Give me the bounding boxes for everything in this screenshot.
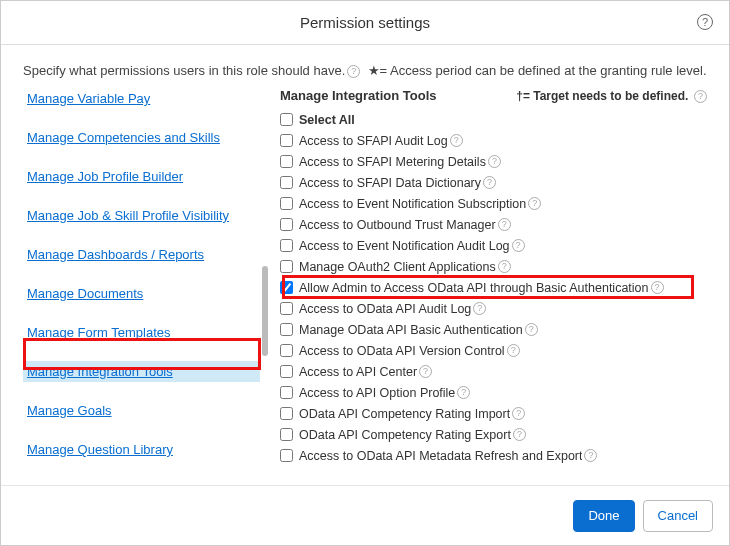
- help-icon[interactable]: ?: [498, 260, 511, 273]
- cancel-button[interactable]: Cancel: [643, 500, 713, 532]
- permission-row[interactable]: Access to SFAPI Audit Log ?: [280, 130, 707, 151]
- sidebar-item[interactable]: Manage Variable Pay: [23, 88, 260, 109]
- help-icon[interactable]: ?: [697, 13, 715, 31]
- permission-row[interactable]: Access to API Center ?: [280, 361, 707, 382]
- permissions-panel: Manage Integration Tools †= Target needs…: [268, 88, 707, 480]
- sidebar-item[interactable]: Manage Documents: [23, 283, 260, 304]
- permission-checkbox[interactable]: [280, 323, 293, 336]
- help-icon[interactable]: ?: [498, 218, 511, 231]
- select-all-row[interactable]: Select All: [280, 109, 707, 130]
- modal-title: Permission settings: [300, 14, 430, 31]
- permissions-list: Select All Access to SFAPI Audit Log ? A…: [280, 109, 707, 477]
- permission-label: Access to SFAPI Data Dictionary: [299, 176, 481, 190]
- permission-label: OData API Competency Rating Import: [299, 407, 510, 421]
- help-icon[interactable]: ?: [419, 365, 432, 378]
- sidebar-item[interactable]: Manage Question Library: [23, 439, 260, 460]
- permission-row[interactable]: OData API Competency Rating Export ?: [280, 424, 707, 445]
- permission-label: Access to SFAPI Metering Details: [299, 155, 486, 169]
- help-icon[interactable]: ?: [457, 386, 470, 399]
- help-icon[interactable]: ?: [525, 323, 538, 336]
- permissions-subtitle: †= Target needs to be defined.: [516, 89, 688, 103]
- sidebar-item-manage-integration-tools[interactable]: Manage Integration Tools: [23, 361, 260, 382]
- help-icon[interactable]: ?: [473, 302, 486, 315]
- select-all-checkbox[interactable]: [280, 113, 293, 126]
- modal-footer: Done Cancel: [1, 485, 729, 545]
- help-icon[interactable]: ?: [651, 281, 664, 294]
- permission-row[interactable]: Access to SFAPI Metering Details ?: [280, 151, 707, 172]
- permission-label: Access to API Center: [299, 365, 417, 379]
- permission-label: Access to Outbound Trust Manager: [299, 218, 496, 232]
- permission-row[interactable]: Access to SFAPI Data Dictionary ?: [280, 172, 707, 193]
- permissions-header: Manage Integration Tools †= Target needs…: [280, 88, 707, 103]
- help-icon[interactable]: ?: [483, 176, 496, 189]
- permission-row-allow-admin-odata-basic-auth[interactable]: Allow Admin to Access OData API through …: [280, 277, 707, 298]
- permission-checkbox[interactable]: [280, 239, 293, 252]
- permission-row[interactable]: Access to Event Notification Audit Log ?: [280, 235, 707, 256]
- permission-row[interactable]: Access to OData API Metadata Refresh and…: [280, 445, 707, 466]
- permission-checkbox[interactable]: [280, 386, 293, 399]
- select-all-label: Select All: [299, 113, 355, 127]
- done-button[interactable]: Done: [573, 500, 634, 532]
- permission-row[interactable]: Manage OData API Basic Authentication ?: [280, 319, 707, 340]
- content-columns: Manage Variable Pay Manage Competencies …: [23, 88, 707, 480]
- permission-checkbox[interactable]: [280, 176, 293, 189]
- permission-row[interactable]: Access to OData API Version Control ?: [280, 340, 707, 361]
- permissions-title: Manage Integration Tools: [280, 88, 437, 103]
- instruction-text: Specify what permissions users in this r…: [23, 63, 707, 78]
- permission-settings-modal: Permission settings ? Specify what permi…: [0, 0, 730, 546]
- permission-label: Manage OData API Basic Authentication: [299, 323, 523, 337]
- instruction-legend: ★= Access period can be defined at the g…: [368, 63, 707, 78]
- help-icon[interactable]: ?: [347, 65, 360, 78]
- modal-body: Specify what permissions users in this r…: [1, 45, 729, 485]
- permission-label: Access to Event Notification Audit Log: [299, 239, 510, 253]
- help-icon[interactable]: ?: [694, 90, 707, 103]
- modal-header: Permission settings ?: [1, 1, 729, 45]
- sidebar-item[interactable]: Manage Goals: [23, 400, 260, 421]
- help-icon[interactable]: ?: [450, 134, 463, 147]
- permission-label: Access to SFAPI Audit Log: [299, 134, 448, 148]
- permission-checkbox[interactable]: [280, 407, 293, 420]
- permission-checkbox[interactable]: [280, 134, 293, 147]
- permission-checkbox[interactable]: [280, 365, 293, 378]
- permission-checkbox[interactable]: [280, 155, 293, 168]
- help-icon[interactable]: ?: [512, 407, 525, 420]
- permissions-subtitle-wrap: †= Target needs to be defined. ?: [516, 88, 707, 103]
- permission-row[interactable]: Access to OData API Audit Log ?: [280, 298, 707, 319]
- permission-row[interactable]: Access to API Option Profile ?: [280, 382, 707, 403]
- sidebar-item[interactable]: Manage Job & Skill Profile Visibility: [23, 205, 260, 226]
- help-icon[interactable]: ?: [507, 344, 520, 357]
- permission-checkbox[interactable]: [280, 302, 293, 315]
- permission-row[interactable]: Access to Outbound Trust Manager ?: [280, 214, 707, 235]
- permission-row[interactable]: Manage OAuth2 Client Applications ?: [280, 256, 707, 277]
- permission-label: Access to OData API Audit Log: [299, 302, 471, 316]
- sidebar: Manage Variable Pay Manage Competencies …: [23, 88, 268, 480]
- help-icon[interactable]: ?: [513, 428, 526, 441]
- permission-checkbox[interactable]: [280, 344, 293, 357]
- permission-checkbox[interactable]: [280, 260, 293, 273]
- permission-checkbox[interactable]: [280, 218, 293, 231]
- permission-checkbox[interactable]: [280, 281, 293, 294]
- sidebar-item[interactable]: Manage Form Templates: [23, 322, 260, 343]
- sidebar-item[interactable]: Manage Dashboards / Reports: [23, 244, 260, 265]
- help-icon[interactable]: ?: [584, 449, 597, 462]
- permission-checkbox[interactable]: [280, 449, 293, 462]
- permission-label: Access to OData API Metadata Refresh and…: [299, 449, 582, 463]
- permission-label: OData API Competency Rating Export: [299, 428, 511, 442]
- permission-label: Manage OAuth2 Client Applications: [299, 260, 496, 274]
- sidebar-item[interactable]: Manage Competencies and Skills: [23, 127, 260, 148]
- permission-label: Allow Admin to Access OData API through …: [299, 281, 649, 295]
- help-icon[interactable]: ?: [512, 239, 525, 252]
- permission-row[interactable]: Access to Event Notification Subscriptio…: [280, 193, 707, 214]
- permission-checkbox[interactable]: [280, 197, 293, 210]
- help-icon[interactable]: ?: [488, 155, 501, 168]
- help-icon[interactable]: ?: [528, 197, 541, 210]
- permission-label: Access to API Option Profile: [299, 386, 455, 400]
- permission-row[interactable]: OData API Competency Rating Import ?: [280, 403, 707, 424]
- sidebar-item[interactable]: Manage Job Profile Builder: [23, 166, 260, 187]
- permission-checkbox[interactable]: [280, 428, 293, 441]
- permission-label: Access to Event Notification Subscriptio…: [299, 197, 526, 211]
- permission-label: Access to OData API Version Control: [299, 344, 505, 358]
- instruction-prefix: Specify what permissions users in this r…: [23, 63, 345, 78]
